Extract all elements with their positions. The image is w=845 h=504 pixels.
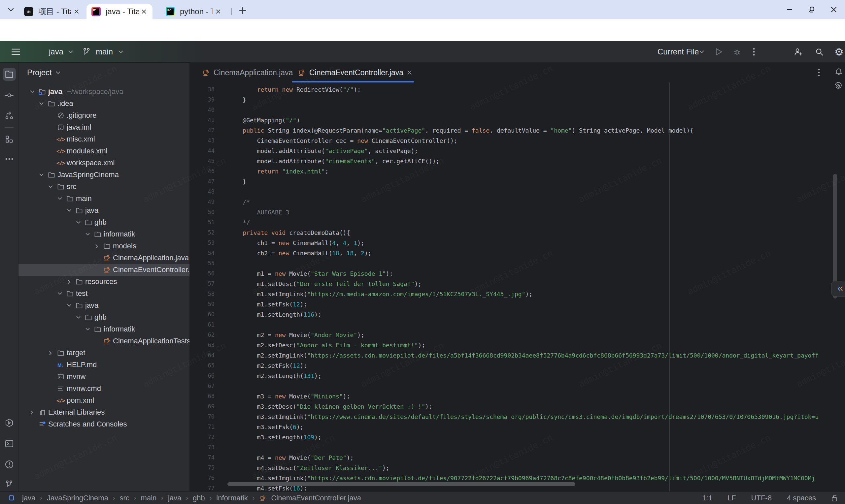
tree-chevron-icon[interactable] — [65, 280, 73, 284]
run-config-chevron-down-icon[interactable] — [697, 41, 706, 63]
new-tab-button[interactable] — [236, 4, 249, 17]
tab-close-icon[interactable] — [71, 6, 82, 17]
version-control-tool-icon[interactable] — [3, 109, 16, 122]
tree-chevron-icon[interactable] — [65, 304, 73, 307]
collapse-panel-button[interactable]: ‹‹ — [831, 281, 845, 296]
code-area[interactable]: 38 return new RedirectView("/");39 }4041… — [190, 85, 845, 491]
tree-row-java.iml[interactable]: java.iml — [18, 121, 190, 133]
editor-tab-close-icon[interactable] — [407, 68, 412, 77]
breadcrumb-item[interactable]: java — [168, 494, 181, 502]
file-encoding[interactable]: UTF-8 — [751, 494, 772, 502]
readonly-lock-icon[interactable] — [831, 494, 839, 502]
editor-tab[interactable]: CinemaEventController.java — [292, 63, 414, 83]
vertical-scrollbar[interactable] — [833, 174, 837, 299]
notifications-bell-icon[interactable] — [833, 66, 845, 78]
tree-row-test[interactable]: test — [18, 288, 190, 300]
breadcrumb-item[interactable]: informatik — [216, 494, 248, 502]
tree-row-scratches-and-consoles[interactable]: Scratches and Consoles — [18, 418, 190, 430]
project-selector[interactable]: java — [49, 41, 64, 63]
breadcrumb-item[interactable]: java — [22, 494, 35, 502]
window-minimize-button[interactable] — [780, 3, 799, 16]
tree-chevron-icon[interactable] — [46, 351, 55, 355]
tab-close-icon[interactable] — [213, 6, 224, 17]
tree-row-.gitignore[interactable]: .gitignore — [18, 109, 190, 121]
tree-chevron-icon[interactable] — [83, 328, 92, 331]
breadcrumb-item[interactable]: main — [141, 494, 157, 502]
tree-chevron-icon[interactable] — [83, 233, 92, 236]
tree-chevron-icon[interactable] — [37, 102, 46, 105]
horizontal-scrollbar[interactable] — [227, 482, 575, 486]
tree-row-cinemaapplication.java[interactable]: CinemaApplication.java — [18, 252, 190, 264]
tree-row-help.md[interactable]: M↓HELP.md — [18, 359, 190, 371]
tree-row-workspace.xml[interactable]: </>workspace.xml — [18, 157, 190, 169]
tree-chevron-icon[interactable] — [37, 174, 46, 177]
git-branch-icon[interactable] — [81, 41, 92, 63]
tree-row-main[interactable]: main — [18, 193, 190, 204]
tree-chevron-icon[interactable] — [92, 244, 101, 248]
breadcrumb-item[interactable]: ghb — [193, 494, 205, 502]
tree-chevron-icon[interactable] — [65, 209, 73, 212]
tree-row-modules.xml[interactable]: </>modules.xml — [18, 145, 190, 157]
run-icon[interactable] — [713, 41, 725, 63]
project-panel-chevron-icon[interactable] — [56, 71, 60, 74]
browser-tab[interactable]: ‹t›项目 - TitanIDE — [19, 4, 85, 19]
problems-tool-icon[interactable] — [3, 458, 16, 471]
main-menu-hamburger-icon[interactable] — [7, 41, 24, 63]
tree-chevron-icon[interactable] — [55, 292, 64, 295]
tree-row-javaspringcinema[interactable]: JavaSpringCinema — [18, 169, 190, 181]
indent-style[interactable]: 4 spaces — [787, 494, 816, 502]
tree-chevron-icon[interactable] — [28, 410, 36, 415]
editor-tab-options-icon[interactable] — [814, 67, 824, 78]
branch-selector[interactable]: main — [96, 41, 113, 63]
browser-tab[interactable]: PCpython - TitanIDE — [161, 4, 227, 19]
branch-chevron-down-icon[interactable] — [116, 41, 125, 63]
debug-icon[interactable] — [731, 41, 743, 63]
tree-row-mvnw[interactable]: mvnw — [18, 371, 190, 383]
tree-row-cinemaeventcontroller.java[interactable]: CinemaEventController.java — [18, 264, 190, 276]
ai-assistant-icon[interactable] — [833, 80, 845, 92]
tree-row-external-libraries[interactable]: External Libraries — [18, 407, 190, 418]
git-tool-icon[interactable] — [3, 478, 16, 491]
tree-row-pom.xml[interactable]: </>pom.xml — [18, 395, 190, 407]
code-with-me-add-user-icon[interactable] — [792, 41, 805, 63]
tree-row-java[interactable]: java — [18, 300, 190, 311]
tree-row-target[interactable]: target — [18, 347, 190, 359]
tree-row-ghb[interactable]: ghb — [18, 311, 190, 323]
window-close-button[interactable] — [825, 3, 843, 16]
tree-chevron-icon[interactable] — [74, 221, 83, 224]
settings-gear-icon[interactable]: ⚙ — [832, 41, 845, 63]
project-chevron-down-icon[interactable] — [66, 41, 75, 63]
breadcrumb-item[interactable]: CinemaEventController.java — [271, 494, 361, 502]
tree-row-ghb[interactable]: ghb — [18, 216, 190, 228]
line-separator[interactable]: LF — [727, 494, 736, 502]
tree-row-mvnw.cmd[interactable]: mvnw.cmd — [18, 383, 190, 395]
editor[interactable]: CinemaApplication.javaCinemaEventControl… — [190, 63, 845, 491]
tree-row-java[interactable]: java — [18, 204, 190, 216]
breadcrumb-item[interactable]: src — [120, 494, 129, 502]
caret-position[interactable]: 1:1 — [702, 494, 712, 502]
tree-chevron-icon[interactable] — [74, 316, 83, 319]
tree-row-src[interactable]: src — [18, 181, 190, 193]
tree-chevron-icon[interactable] — [46, 185, 55, 188]
tab-close-icon[interactable] — [139, 6, 149, 17]
tree-row-java[interactable]: java~/workspace/java — [18, 86, 190, 97]
tree-row-.idea[interactable]: .idea — [18, 97, 190, 109]
tab-search-chevron-icon[interactable] — [5, 4, 17, 16]
header-more-icon[interactable] — [749, 41, 759, 63]
search-everywhere-icon[interactable] — [813, 41, 826, 63]
project-tool-icon[interactable] — [3, 68, 16, 81]
browser-tab[interactable]: IEjava - TitanIDE — [87, 4, 153, 19]
tree-row-informatik[interactable]: informatik — [18, 323, 190, 335]
run-configuration-selector[interactable]: Current File — [657, 41, 699, 63]
tree-row-informatik[interactable]: informatik — [18, 228, 190, 240]
breadcrumb-item[interactable]: JavaSpringCinema — [47, 494, 108, 502]
tree-row-cinemaapplicationtests.java[interactable]: CinemaApplicationTests.java — [18, 335, 190, 347]
services-run-tool-icon[interactable] — [3, 416, 16, 430]
terminal-tool-icon[interactable] — [3, 437, 16, 450]
structure-tool-icon[interactable] — [3, 132, 16, 146]
editor-tab[interactable]: CinemaApplication.java — [196, 63, 292, 83]
commit-tool-icon[interactable] — [3, 89, 16, 102]
tree-row-resources[interactable]: resources — [18, 276, 190, 288]
tree-row-misc.xml[interactable]: </>misc.xml — [18, 133, 190, 145]
tree-row-models[interactable]: models — [18, 240, 190, 252]
